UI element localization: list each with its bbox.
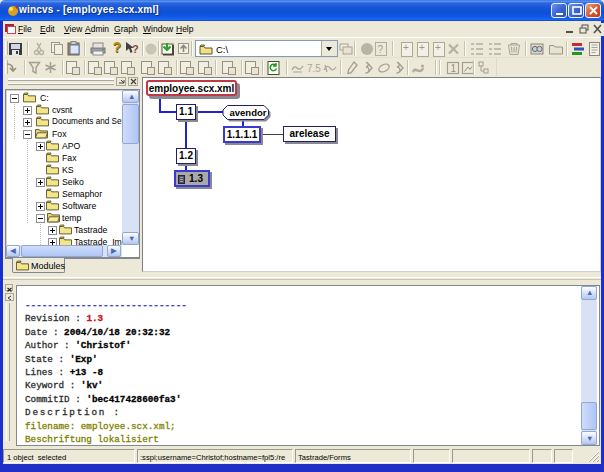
svg-text:avendor: avendor <box>230 107 267 118</box>
svg-text:1: 1 <box>451 63 457 74</box>
svg-text:7.5: 7.5 <box>307 63 321 74</box>
svg-text:?: ? <box>132 43 139 55</box>
svg-text:?: ? <box>378 44 384 55</box>
